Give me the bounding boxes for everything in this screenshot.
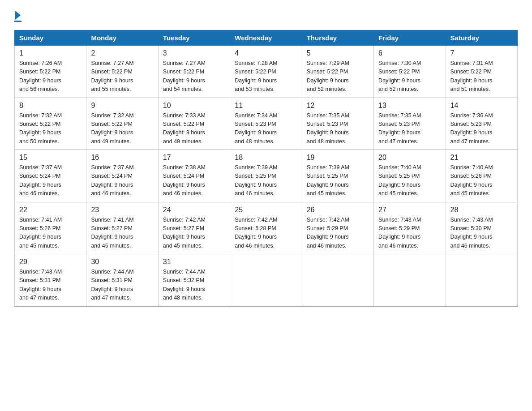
- day-info: Sunrise: 7:37 AMSunset: 5:24 PMDaylight:…: [19, 163, 82, 198]
- calendar-cell: 5Sunrise: 7:29 AMSunset: 5:22 PMDaylight…: [302, 46, 373, 98]
- week-row-2: 8Sunrise: 7:32 AMSunset: 5:22 PMDaylight…: [15, 98, 518, 150]
- calendar-cell: [446, 254, 517, 307]
- day-number: 4: [235, 49, 297, 57]
- day-info: Sunrise: 7:26 AMSunset: 5:22 PMDaylight:…: [19, 59, 82, 94]
- day-header-wednesday: Wednesday: [230, 30, 302, 46]
- calendar-cell: 30Sunrise: 7:44 AMSunset: 5:31 PMDayligh…: [86, 254, 158, 307]
- day-info: Sunrise: 7:36 AMSunset: 5:23 PMDaylight:…: [450, 111, 513, 146]
- day-number: 24: [163, 206, 225, 214]
- day-number: 9: [91, 102, 153, 110]
- calendar-cell: 7Sunrise: 7:31 AMSunset: 5:22 PMDaylight…: [446, 46, 517, 98]
- day-info: Sunrise: 7:44 AMSunset: 5:32 PMDaylight:…: [163, 268, 225, 303]
- day-info: Sunrise: 7:39 AMSunset: 5:25 PMDaylight:…: [307, 163, 369, 198]
- day-number: 23: [91, 206, 153, 214]
- day-info: Sunrise: 7:40 AMSunset: 5:26 PMDaylight:…: [450, 163, 513, 198]
- day-info: Sunrise: 7:40 AMSunset: 5:25 PMDaylight:…: [378, 163, 441, 198]
- calendar-cell: 8Sunrise: 7:32 AMSunset: 5:22 PMDaylight…: [15, 98, 86, 150]
- day-number: 22: [19, 206, 82, 214]
- day-number: 29: [19, 258, 82, 266]
- day-info: Sunrise: 7:27 AMSunset: 5:22 PMDaylight:…: [91, 59, 153, 94]
- day-number: 7: [450, 49, 513, 57]
- day-number: 18: [235, 154, 297, 162]
- day-info: Sunrise: 7:37 AMSunset: 5:24 PMDaylight:…: [91, 163, 153, 198]
- day-number: 1: [19, 49, 82, 57]
- day-info: Sunrise: 7:27 AMSunset: 5:22 PMDaylight:…: [163, 59, 225, 94]
- calendar-cell: 1Sunrise: 7:26 AMSunset: 5:22 PMDaylight…: [15, 46, 86, 98]
- calendar-cell: 19Sunrise: 7:39 AMSunset: 5:25 PMDayligh…: [302, 150, 373, 202]
- day-number: 25: [235, 206, 297, 214]
- day-number: 2: [91, 49, 153, 57]
- calendar-cell: [230, 254, 302, 307]
- day-info: Sunrise: 7:35 AMSunset: 5:23 PMDaylight:…: [307, 111, 369, 146]
- calendar-cell: [374, 254, 446, 307]
- calendar-cell: 3Sunrise: 7:27 AMSunset: 5:22 PMDaylight…: [158, 46, 230, 98]
- day-info: Sunrise: 7:39 AMSunset: 5:25 PMDaylight:…: [235, 163, 297, 198]
- day-header-sunday: Sunday: [15, 30, 86, 46]
- day-info: Sunrise: 7:44 AMSunset: 5:31 PMDaylight:…: [91, 268, 153, 303]
- calendar-cell: 4Sunrise: 7:28 AMSunset: 5:22 PMDaylight…: [230, 46, 302, 98]
- day-number: 11: [235, 102, 297, 110]
- calendar-cell: 18Sunrise: 7:39 AMSunset: 5:25 PMDayligh…: [230, 150, 302, 202]
- calendar-cell: 26Sunrise: 7:42 AMSunset: 5:29 PMDayligh…: [302, 202, 373, 254]
- calendar-cell: 10Sunrise: 7:33 AMSunset: 5:22 PMDayligh…: [158, 98, 230, 150]
- day-info: Sunrise: 7:38 AMSunset: 5:24 PMDaylight:…: [163, 163, 225, 198]
- day-number: 26: [307, 206, 369, 214]
- calendar-cell: 23Sunrise: 7:41 AMSunset: 5:27 PMDayligh…: [86, 202, 158, 254]
- day-info: Sunrise: 7:32 AMSunset: 5:22 PMDaylight:…: [91, 111, 153, 146]
- day-info: Sunrise: 7:30 AMSunset: 5:22 PMDaylight:…: [378, 59, 441, 94]
- week-row-3: 15Sunrise: 7:37 AMSunset: 5:24 PMDayligh…: [15, 150, 518, 202]
- calendar-cell: 29Sunrise: 7:43 AMSunset: 5:31 PMDayligh…: [15, 254, 86, 307]
- calendar-cell: 2Sunrise: 7:27 AMSunset: 5:22 PMDaylight…: [86, 46, 158, 98]
- day-info: Sunrise: 7:41 AMSunset: 5:27 PMDaylight:…: [91, 216, 153, 251]
- day-info: Sunrise: 7:29 AMSunset: 5:22 PMDaylight:…: [307, 59, 369, 94]
- day-number: 5: [307, 49, 369, 57]
- calendar-cell: 14Sunrise: 7:36 AMSunset: 5:23 PMDayligh…: [446, 98, 517, 150]
- day-header-monday: Monday: [86, 30, 158, 46]
- day-number: 30: [91, 258, 153, 266]
- day-number: 15: [19, 154, 82, 162]
- day-number: 21: [450, 154, 513, 162]
- day-info: Sunrise: 7:31 AMSunset: 5:22 PMDaylight:…: [450, 59, 513, 94]
- day-number: 8: [19, 102, 82, 110]
- calendar-cell: 21Sunrise: 7:40 AMSunset: 5:26 PMDayligh…: [446, 150, 517, 202]
- day-info: Sunrise: 7:34 AMSunset: 5:23 PMDaylight:…: [235, 111, 297, 146]
- calendar-cell: 31Sunrise: 7:44 AMSunset: 5:32 PMDayligh…: [158, 254, 230, 307]
- day-header-saturday: Saturday: [446, 30, 517, 46]
- calendar-cell: 6Sunrise: 7:30 AMSunset: 5:22 PMDaylight…: [374, 46, 446, 98]
- calendar-cell: 22Sunrise: 7:41 AMSunset: 5:26 PMDayligh…: [15, 202, 86, 254]
- day-info: Sunrise: 7:41 AMSunset: 5:26 PMDaylight:…: [19, 216, 82, 251]
- day-header-row: SundayMondayTuesdayWednesdayThursdayFrid…: [15, 30, 518, 46]
- day-info: Sunrise: 7:43 AMSunset: 5:30 PMDaylight:…: [450, 216, 513, 251]
- calendar-cell: 20Sunrise: 7:40 AMSunset: 5:25 PMDayligh…: [374, 150, 446, 202]
- day-info: Sunrise: 7:43 AMSunset: 5:29 PMDaylight:…: [378, 216, 441, 251]
- day-number: 10: [163, 102, 225, 110]
- calendar-cell: 13Sunrise: 7:35 AMSunset: 5:23 PMDayligh…: [374, 98, 446, 150]
- calendar-cell: [302, 254, 373, 307]
- day-header-thursday: Thursday: [302, 30, 373, 46]
- calendar-cell: 9Sunrise: 7:32 AMSunset: 5:22 PMDaylight…: [86, 98, 158, 150]
- calendar-cell: 12Sunrise: 7:35 AMSunset: 5:23 PMDayligh…: [302, 98, 373, 150]
- logo-arrow-icon: [15, 11, 21, 20]
- day-number: 31: [163, 258, 225, 266]
- day-number: 6: [378, 49, 441, 57]
- day-number: 14: [450, 102, 513, 110]
- day-number: 17: [163, 154, 225, 162]
- calendar-cell: 25Sunrise: 7:42 AMSunset: 5:28 PMDayligh…: [230, 202, 302, 254]
- day-info: Sunrise: 7:43 AMSunset: 5:31 PMDaylight:…: [19, 268, 82, 303]
- page-header: [14, 11, 518, 22]
- calendar-cell: 11Sunrise: 7:34 AMSunset: 5:23 PMDayligh…: [230, 98, 302, 150]
- day-number: 12: [307, 102, 369, 110]
- day-number: 19: [307, 154, 369, 162]
- week-row-5: 29Sunrise: 7:43 AMSunset: 5:31 PMDayligh…: [15, 254, 518, 307]
- calendar-cell: 16Sunrise: 7:37 AMSunset: 5:24 PMDayligh…: [86, 150, 158, 202]
- logo: [14, 11, 21, 22]
- day-info: Sunrise: 7:33 AMSunset: 5:22 PMDaylight:…: [163, 111, 225, 146]
- calendar-cell: 24Sunrise: 7:42 AMSunset: 5:27 PMDayligh…: [158, 202, 230, 254]
- day-info: Sunrise: 7:28 AMSunset: 5:22 PMDaylight:…: [235, 59, 297, 94]
- calendar-cell: 17Sunrise: 7:38 AMSunset: 5:24 PMDayligh…: [158, 150, 230, 202]
- week-row-4: 22Sunrise: 7:41 AMSunset: 5:26 PMDayligh…: [15, 202, 518, 254]
- day-header-friday: Friday: [374, 30, 446, 46]
- day-info: Sunrise: 7:35 AMSunset: 5:23 PMDaylight:…: [378, 111, 441, 146]
- week-row-1: 1Sunrise: 7:26 AMSunset: 5:22 PMDaylight…: [15, 46, 518, 98]
- day-number: 3: [163, 49, 225, 57]
